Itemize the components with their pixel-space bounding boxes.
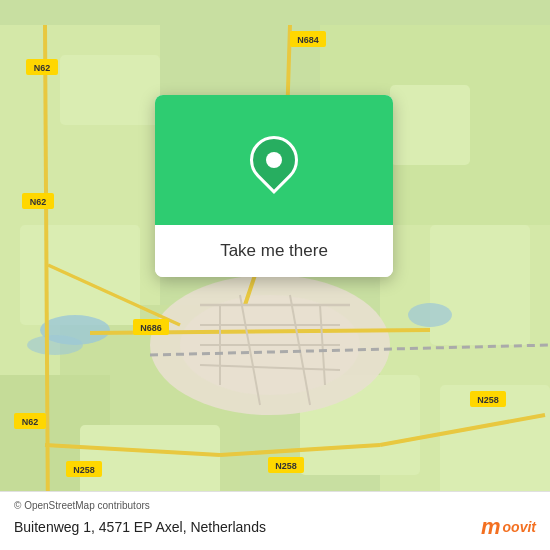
address-row: Buitenweg 1, 4571 EP Axel, Netherlands m…	[14, 514, 536, 540]
svg-text:N62: N62	[22, 417, 39, 427]
svg-text:N62: N62	[34, 63, 51, 73]
svg-text:N686: N686	[140, 323, 162, 333]
location-pin	[248, 134, 300, 186]
svg-text:N684: N684	[297, 35, 319, 45]
svg-text:N62: N62	[30, 197, 47, 207]
moovit-m-letter: m	[481, 514, 501, 540]
moovit-brand-text: oovit	[503, 519, 536, 535]
location-popup: Take me there	[155, 95, 393, 277]
popup-green-header	[155, 95, 393, 225]
bottom-bar: © OpenStreetMap contributors Buitenweg 1…	[0, 491, 550, 550]
address-text: Buitenweg 1, 4571 EP Axel, Netherlands	[14, 519, 266, 535]
svg-rect-6	[390, 85, 470, 165]
take-me-there-button[interactable]: Take me there	[175, 239, 373, 263]
svg-rect-8	[60, 55, 160, 125]
popup-button-area[interactable]: Take me there	[155, 225, 393, 277]
svg-rect-7	[430, 225, 530, 345]
svg-point-14	[27, 335, 83, 355]
svg-text:N258: N258	[73, 465, 95, 475]
svg-rect-9	[20, 225, 140, 325]
svg-point-15	[408, 303, 452, 327]
svg-text:N258: N258	[275, 461, 297, 471]
map-container: N62 N62 N62 N684 N684 N686 N258 N258 N25…	[0, 0, 550, 550]
map-attribution: © OpenStreetMap contributors	[14, 500, 536, 511]
moovit-logo: m oovit	[481, 514, 536, 540]
svg-text:N258: N258	[477, 395, 499, 405]
pin-inner	[266, 152, 282, 168]
